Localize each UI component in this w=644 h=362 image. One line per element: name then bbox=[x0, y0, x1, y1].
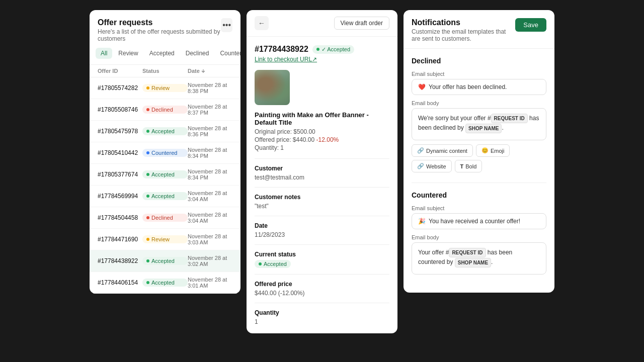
divider bbox=[255, 303, 389, 303]
row-date: November 28 at 3:01 AM bbox=[188, 277, 232, 289]
table-row[interactable]: #17784471690 Review November 28 at 3:03 … bbox=[90, 229, 240, 250]
back-button[interactable]: ← bbox=[255, 16, 269, 30]
countered-shop-name-tag: SHOP NAME bbox=[455, 258, 491, 267]
row-id: #17805410442 bbox=[98, 149, 142, 156]
row-date: November 28 at 3:04 AM bbox=[188, 212, 232, 224]
declined-email-body[interactable]: We're sorry but your offer #REQUEST ID h… bbox=[412, 108, 546, 140]
declined-body-prefix: We're sorry but your offer # bbox=[418, 115, 491, 122]
tab-declined[interactable]: Declined bbox=[181, 48, 214, 59]
table-row[interactable]: #17805410442 Countered November 28 at 8:… bbox=[90, 142, 240, 164]
customer-email: test@testmail.com bbox=[255, 174, 389, 181]
more-icon: ••• bbox=[222, 21, 231, 30]
status-badge: Declined bbox=[142, 106, 188, 114]
countered-email-body-label: Email body bbox=[412, 234, 546, 240]
countered-email-body[interactable]: Your offer #REQUEST ID has been countere… bbox=[412, 242, 546, 275]
shop-name-tag: SHOP NAME bbox=[465, 124, 502, 133]
divider bbox=[255, 216, 389, 216]
col-date: Date bbox=[188, 68, 232, 74]
table-row[interactable]: #17805377674 Accepted November 28 at 8:3… bbox=[90, 164, 240, 186]
countered-request-id-tag: REQUEST ID bbox=[449, 248, 486, 257]
dynamic-content-button[interactable]: 🔗 Dynamic content bbox=[412, 144, 473, 157]
date-label: Date bbox=[255, 222, 389, 229]
dynamic-content-icon: 🔗 bbox=[417, 147, 424, 154]
row-id: #17805377674 bbox=[98, 171, 142, 178]
save-button[interactable]: Save bbox=[515, 18, 546, 32]
product-image bbox=[255, 70, 290, 105]
app-container: Offer requests Here's a list of the offe… bbox=[0, 0, 644, 362]
countered-subject-text: You have received a counter offer! bbox=[429, 218, 520, 225]
declined-section-title: Declined bbox=[412, 57, 546, 65]
offered-price-label: Offered price bbox=[255, 281, 389, 288]
tab-all[interactable]: All bbox=[96, 48, 112, 59]
current-status-badge: Accepted bbox=[255, 260, 291, 268]
original-price: Original price: $500.00 bbox=[255, 128, 389, 135]
table-row[interactable]: #17805574282 Review November 28 at 8:38 … bbox=[90, 77, 240, 99]
status-badge: Declined bbox=[142, 214, 188, 222]
mid-content: #17784438922 ✓ Accepted Link to checkout… bbox=[247, 37, 397, 333]
col-status: Status bbox=[142, 68, 188, 74]
offered-price: Offered price: $440.00 -12.00% bbox=[255, 136, 389, 143]
row-id: #17784406154 bbox=[98, 279, 142, 286]
tab-accepted[interactable]: Accepted bbox=[144, 48, 180, 59]
bold-icon: T bbox=[460, 163, 464, 169]
row-id: #17784438922 bbox=[98, 257, 142, 264]
status-badge: Review bbox=[142, 84, 188, 92]
notifications-title: Notifications bbox=[412, 18, 515, 27]
table-row[interactable]: #17784406154 Accepted November 28 at 3:0… bbox=[90, 272, 240, 294]
status-badge: Accepted bbox=[142, 127, 188, 135]
divider bbox=[255, 187, 389, 188]
declined-action-buttons-2: 🔗 Website T Bold bbox=[412, 160, 546, 172]
mid-header: ← View draft order bbox=[247, 10, 397, 37]
declined-body-suffix: . bbox=[502, 124, 503, 131]
view-draft-button[interactable]: View draft order bbox=[334, 17, 390, 30]
row-id: #17784504458 bbox=[98, 214, 142, 221]
price-percent: -12.00% bbox=[316, 136, 339, 143]
status-badge: Accepted bbox=[142, 192, 188, 200]
declined-section: Declined Email subject ❤️ Your offer has… bbox=[412, 57, 546, 172]
row-date: November 28 at 8:34 PM bbox=[188, 168, 232, 180]
countered-subject-emoji: 🎉 bbox=[418, 218, 426, 225]
divider bbox=[255, 274, 389, 275]
countered-body-prefix: Your offer # bbox=[418, 249, 449, 256]
current-status-row: Accepted bbox=[255, 260, 389, 268]
declined-email-body-label: Email body bbox=[412, 100, 546, 106]
tab-review[interactable]: Review bbox=[113, 48, 143, 59]
table-row[interactable]: #17784438922 Accepted November 28 at 3:0… bbox=[90, 250, 240, 272]
right-content: Declined Email subject ❤️ Your offer has… bbox=[404, 49, 554, 293]
section-divider bbox=[412, 183, 546, 183]
table-row[interactable]: #17784504458 Declined November 28 at 3:0… bbox=[90, 207, 240, 229]
row-date: November 28 at 3:04 AM bbox=[188, 190, 232, 202]
table-row[interactable]: #17805475978 Accepted November 28 at 8:3… bbox=[90, 121, 240, 142]
table-row[interactable]: #17784569994 Accepted November 28 at 3:0… bbox=[90, 186, 240, 207]
status-badge: Accepted bbox=[142, 170, 188, 178]
row-date: November 28 at 8:38 PM bbox=[188, 82, 232, 94]
dynamic-content-label: Dynamic content bbox=[426, 148, 467, 154]
customer-label: Customer bbox=[255, 165, 389, 172]
panel-title: Offer requests bbox=[98, 18, 221, 27]
notifications-panel: Notifications Customize the email templa… bbox=[404, 10, 554, 293]
bold-button[interactable]: T Bold bbox=[455, 160, 482, 172]
offered-price-value: $440.00 (-12.00%) bbox=[255, 290, 389, 297]
order-detail-panel: ← View draft order #17784438922 ✓ Accept… bbox=[247, 10, 397, 333]
right-header-text: Notifications Customize the email templa… bbox=[412, 18, 515, 42]
website-icon: 🔗 bbox=[417, 163, 424, 169]
date-value: 11/28/2023 bbox=[255, 231, 389, 238]
current-status-label: Current status bbox=[255, 251, 389, 258]
emoji-button[interactable]: 😊 Emoji bbox=[476, 144, 510, 157]
checkout-link[interactable]: Link to checkout URL↗ bbox=[255, 56, 389, 63]
declined-action-buttons: 🔗 Dynamic content 😊 Emoji bbox=[412, 144, 546, 157]
emoji-icon: 😊 bbox=[481, 147, 489, 154]
declined-subject-text: Your offer has been declined. bbox=[429, 83, 507, 90]
table-row[interactable]: #17805508746 Declined November 28 at 8:3… bbox=[90, 99, 240, 121]
col-offer-id: Offer ID bbox=[98, 68, 142, 74]
declined-email-subject-label: Email subject bbox=[412, 71, 546, 77]
more-button[interactable]: ••• bbox=[221, 18, 232, 32]
website-button[interactable]: 🔗 Website bbox=[412, 160, 452, 172]
tab-counter[interactable]: Counter bbox=[215, 48, 240, 59]
panel-subtitle: Here's a list of the offer requests subm… bbox=[98, 28, 221, 42]
status-badge: Countered bbox=[142, 149, 188, 157]
declined-email-subject-field[interactable]: ❤️ Your offer has been declined. bbox=[412, 79, 546, 95]
countered-email-subject-field[interactable]: 🎉 You have received a counter offer! bbox=[412, 213, 546, 229]
countered-section-title: Countered bbox=[412, 191, 546, 199]
notifications-subtitle: Customize the email templates that are s… bbox=[412, 28, 515, 42]
